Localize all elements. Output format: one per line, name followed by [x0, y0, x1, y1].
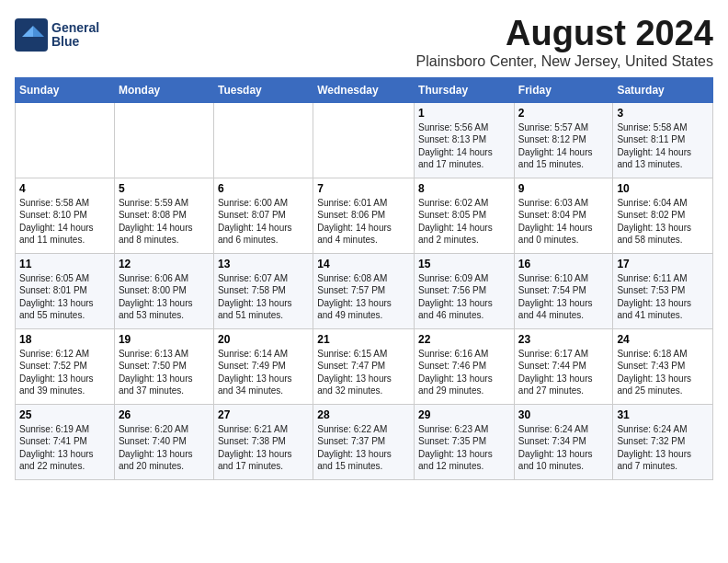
calendar-cell: 13Sunrise: 6:07 AM Sunset: 7:58 PM Dayli…	[213, 253, 313, 328]
calendar-cell: 6Sunrise: 6:00 AM Sunset: 8:07 PM Daylig…	[213, 178, 313, 253]
calendar-cell: 18Sunrise: 6:12 AM Sunset: 7:52 PM Dayli…	[16, 328, 115, 404]
day-info: Sunrise: 6:04 AM Sunset: 8:02 PM Dayligh…	[617, 197, 709, 247]
day-number: 7	[317, 182, 410, 195]
day-number: 2	[518, 107, 609, 120]
calendar-cell: 27Sunrise: 6:21 AM Sunset: 7:38 PM Dayli…	[213, 404, 313, 479]
calendar-cell: 15Sunrise: 6:09 AM Sunset: 7:56 PM Dayli…	[415, 253, 515, 328]
day-number: 9	[518, 182, 609, 195]
calendar-cell: 16Sunrise: 6:10 AM Sunset: 7:54 PM Dayli…	[514, 253, 613, 328]
day-info: Sunrise: 6:02 AM Sunset: 8:05 PM Dayligh…	[418, 197, 510, 247]
day-number: 28	[317, 408, 410, 421]
calendar-cell: 22Sunrise: 6:16 AM Sunset: 7:46 PM Dayli…	[415, 328, 515, 404]
page-header: General Blue August 2024 Plainsboro Cent…	[15, 15, 713, 77]
day-info: Sunrise: 6:01 AM Sunset: 8:06 PM Dayligh…	[317, 197, 410, 247]
day-info: Sunrise: 6:24 AM Sunset: 7:32 PM Dayligh…	[617, 423, 709, 473]
header-saturday: Saturday	[613, 77, 713, 102]
calendar-cell: 14Sunrise: 6:08 AM Sunset: 7:57 PM Dayli…	[313, 253, 415, 328]
day-number: 24	[617, 333, 709, 346]
calendar-cell: 25Sunrise: 6:19 AM Sunset: 7:41 PM Dayli…	[16, 404, 115, 479]
header-tuesday: Tuesday	[213, 77, 313, 102]
day-info: Sunrise: 5:59 AM Sunset: 8:08 PM Dayligh…	[119, 197, 210, 247]
calendar-cell: 23Sunrise: 6:17 AM Sunset: 7:44 PM Dayli…	[514, 328, 613, 404]
calendar-cell: 29Sunrise: 6:23 AM Sunset: 7:35 PM Dayli…	[415, 404, 515, 479]
week-row-3: 18Sunrise: 6:12 AM Sunset: 7:52 PM Dayli…	[16, 328, 713, 404]
day-number: 29	[418, 408, 510, 421]
day-info: Sunrise: 6:03 AM Sunset: 8:04 PM Dayligh…	[518, 197, 609, 247]
day-info: Sunrise: 5:57 AM Sunset: 8:12 PM Dayligh…	[518, 121, 609, 171]
calendar-cell: 24Sunrise: 6:18 AM Sunset: 7:43 PM Dayli…	[613, 328, 713, 404]
calendar-cell: 2Sunrise: 5:57 AM Sunset: 8:12 PM Daylig…	[514, 102, 613, 178]
day-number: 19	[119, 333, 210, 346]
logo-line1: General	[51, 21, 99, 35]
day-info: Sunrise: 6:05 AM Sunset: 8:01 PM Dayligh…	[19, 272, 110, 322]
header-friday: Friday	[514, 77, 613, 102]
header-wednesday: Wednesday	[313, 77, 415, 102]
calendar-cell: 19Sunrise: 6:13 AM Sunset: 7:50 PM Dayli…	[114, 328, 213, 404]
calendar-cell: 28Sunrise: 6:22 AM Sunset: 7:37 PM Dayli…	[313, 404, 415, 479]
calendar-cell: 11Sunrise: 6:05 AM Sunset: 8:01 PM Dayli…	[16, 253, 115, 328]
day-info: Sunrise: 6:13 AM Sunset: 7:50 PM Dayligh…	[119, 348, 210, 397]
day-info: Sunrise: 6:24 AM Sunset: 7:34 PM Dayligh…	[518, 423, 609, 473]
calendar-cell	[313, 102, 415, 178]
calendar-cell: 1Sunrise: 5:56 AM Sunset: 8:13 PM Daylig…	[415, 102, 515, 178]
day-info: Sunrise: 6:09 AM Sunset: 7:56 PM Dayligh…	[418, 272, 510, 322]
header-monday: Monday	[114, 77, 213, 102]
day-number: 1	[418, 107, 510, 120]
calendar-cell: 3Sunrise: 5:58 AM Sunset: 8:11 PM Daylig…	[613, 102, 713, 178]
day-number: 14	[317, 258, 410, 270]
calendar-cell	[114, 102, 213, 178]
calendar-cell: 21Sunrise: 6:15 AM Sunset: 7:47 PM Dayli…	[313, 328, 415, 404]
calendar-cell	[213, 102, 313, 178]
day-number: 5	[119, 182, 210, 195]
day-number: 31	[617, 408, 709, 421]
day-info: Sunrise: 5:58 AM Sunset: 8:11 PM Dayligh…	[617, 121, 709, 171]
day-number: 30	[518, 408, 609, 421]
day-info: Sunrise: 6:07 AM Sunset: 7:58 PM Dayligh…	[218, 272, 309, 322]
day-info: Sunrise: 6:16 AM Sunset: 7:46 PM Dayligh…	[418, 348, 510, 397]
calendar-cell: 31Sunrise: 6:24 AM Sunset: 7:32 PM Dayli…	[613, 404, 713, 479]
calendar-cell: 17Sunrise: 6:11 AM Sunset: 7:53 PM Dayli…	[613, 253, 713, 328]
calendar-cell: 9Sunrise: 6:03 AM Sunset: 8:04 PM Daylig…	[514, 178, 613, 253]
day-info: Sunrise: 6:12 AM Sunset: 7:52 PM Dayligh…	[19, 348, 110, 397]
day-number: 25	[19, 408, 110, 421]
day-number: 6	[218, 182, 309, 195]
day-number: 26	[119, 408, 210, 421]
day-number: 27	[218, 408, 309, 421]
day-info: Sunrise: 6:21 AM Sunset: 7:38 PM Dayligh…	[218, 423, 309, 473]
day-number: 11	[19, 258, 110, 270]
day-info: Sunrise: 6:17 AM Sunset: 7:44 PM Dayligh…	[518, 348, 609, 397]
day-number: 17	[617, 258, 709, 270]
calendar-body: 1Sunrise: 5:56 AM Sunset: 8:13 PM Daylig…	[16, 102, 713, 479]
day-number: 18	[19, 333, 110, 346]
calendar-cell: 8Sunrise: 6:02 AM Sunset: 8:05 PM Daylig…	[415, 178, 515, 253]
day-info: Sunrise: 5:56 AM Sunset: 8:13 PM Dayligh…	[418, 121, 510, 171]
calendar-cell: 7Sunrise: 6:01 AM Sunset: 8:06 PM Daylig…	[313, 178, 415, 253]
week-row-2: 11Sunrise: 6:05 AM Sunset: 8:01 PM Dayli…	[16, 253, 713, 328]
day-number: 16	[518, 258, 609, 270]
day-info: Sunrise: 6:23 AM Sunset: 7:35 PM Dayligh…	[418, 423, 510, 473]
calendar-cell: 12Sunrise: 6:06 AM Sunset: 8:00 PM Dayli…	[114, 253, 213, 328]
logo-icon	[15, 18, 48, 52]
week-row-1: 4Sunrise: 5:58 AM Sunset: 8:10 PM Daylig…	[16, 178, 713, 253]
day-number: 8	[418, 182, 510, 195]
header-row: SundayMondayTuesdayWednesdayThursdayFrid…	[16, 77, 713, 102]
logo-text: General Blue	[51, 21, 99, 50]
day-info: Sunrise: 6:11 AM Sunset: 7:53 PM Dayligh…	[617, 272, 709, 322]
calendar-cell: 10Sunrise: 6:04 AM Sunset: 8:02 PM Dayli…	[613, 178, 713, 253]
day-number: 13	[218, 258, 309, 270]
day-info: Sunrise: 6:10 AM Sunset: 7:54 PM Dayligh…	[518, 272, 609, 322]
day-number: 23	[518, 333, 609, 346]
week-row-0: 1Sunrise: 5:56 AM Sunset: 8:13 PM Daylig…	[16, 102, 713, 178]
day-number: 22	[418, 333, 510, 346]
day-info: Sunrise: 6:20 AM Sunset: 7:40 PM Dayligh…	[119, 423, 210, 473]
logo-line2: Blue	[51, 35, 99, 49]
calendar-cell: 30Sunrise: 6:24 AM Sunset: 7:34 PM Dayli…	[514, 404, 613, 479]
calendar-cell	[16, 102, 115, 178]
day-number: 21	[317, 333, 410, 346]
day-info: Sunrise: 6:18 AM Sunset: 7:43 PM Dayligh…	[617, 348, 709, 397]
calendar-cell: 4Sunrise: 5:58 AM Sunset: 8:10 PM Daylig…	[16, 178, 115, 253]
day-info: Sunrise: 5:58 AM Sunset: 8:10 PM Dayligh…	[19, 197, 110, 247]
day-number: 20	[218, 333, 309, 346]
header-thursday: Thursday	[415, 77, 515, 102]
day-number: 10	[617, 182, 709, 195]
